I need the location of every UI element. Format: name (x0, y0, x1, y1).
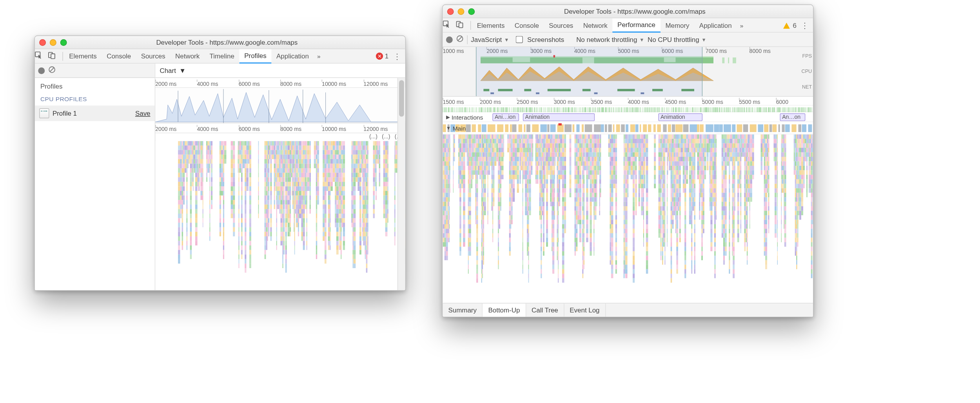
clear-button[interactable] (456, 35, 464, 44)
svg-rect-1523 (341, 241, 341, 245)
animation-segment[interactable]: An…on (780, 113, 806, 121)
cpu-throttle-dropdown[interactable]: No CPU throttling▼ (648, 36, 706, 44)
svg-rect-3050 (500, 197, 501, 202)
save-profile-link[interactable]: Save (135, 109, 151, 117)
tab-summary[interactable]: Summary (443, 303, 483, 317)
inspect-icon[interactable] (35, 51, 48, 61)
minimize-icon[interactable] (457, 8, 464, 15)
frames-strip[interactable] (443, 105, 813, 112)
tab-console[interactable]: Console (102, 49, 136, 63)
svg-rect-3068 (507, 134, 509, 139)
svg-rect-3574 (552, 139, 554, 143)
svg-rect-5396 (725, 152, 727, 157)
category-dropdown[interactable]: JavaScript▼ (471, 36, 509, 44)
tab-application[interactable]: Application (271, 49, 314, 63)
record-button[interactable] (446, 36, 453, 43)
tab-profiles[interactable]: Profiles (240, 49, 272, 64)
svg-rect-654 (267, 159, 268, 164)
screenshots-checkbox[interactable] (515, 36, 523, 43)
svg-rect-5982 (784, 170, 784, 174)
vertical-scrollbar[interactable] (397, 78, 405, 290)
svg-rect-4212 (613, 143, 615, 148)
svg-rect-4845 (675, 134, 677, 139)
svg-rect-6009 (784, 197, 786, 202)
svg-rect-6162 (801, 197, 803, 202)
zoom-icon[interactable] (468, 8, 475, 15)
animation-segment[interactable]: Ani…ion (492, 113, 519, 121)
window-titlebar[interactable]: Developer Tools - https://www.google.com… (443, 5, 813, 18)
tab-timeline[interactable]: Timeline (205, 49, 240, 63)
tab-sources[interactable]: Sources (136, 49, 170, 63)
flame-chart[interactable] (155, 141, 405, 290)
tab-console[interactable]: Console (510, 18, 544, 32)
svg-rect-1875 (379, 154, 380, 159)
device-toggle-icon[interactable] (456, 20, 469, 30)
tab-elements[interactable]: Elements (472, 18, 510, 32)
device-toggle-icon[interactable] (48, 51, 62, 61)
minimize-icon[interactable] (50, 39, 56, 45)
svg-rect-4534 (646, 134, 648, 139)
cpu-overview-chart[interactable] (155, 88, 405, 123)
expand-icon[interactable]: ▶ (446, 114, 450, 120)
svg-rect-2829 (483, 161, 484, 165)
svg-rect-6179 (805, 139, 806, 143)
performance-overview[interactable]: 1000 ms2000 ms3000 ms4000 ms5000 ms6000 … (443, 47, 813, 97)
svg-rect-1164 (303, 200, 305, 205)
interactions-track[interactable]: ▶ Interactions Ani…ion Animation Animati… (443, 112, 813, 122)
kebab-menu-icon[interactable]: ⋮ (797, 21, 813, 30)
clear-button[interactable] (48, 66, 56, 75)
svg-rect-5695 (747, 247, 748, 251)
tab-application[interactable]: Application (694, 18, 737, 32)
network-throttle-dropdown[interactable]: No network throttling▼ (576, 36, 644, 44)
tab-network[interactable]: Network (170, 49, 204, 63)
collapse-icon[interactable]: ▼ (446, 125, 451, 131)
error-count-badge[interactable]: ✕ 1 (376, 52, 388, 60)
svg-rect-3327 (529, 166, 531, 170)
tab-call-tree[interactable]: Call Tree (526, 303, 564, 317)
svg-rect-1217 (307, 154, 310, 159)
svg-rect-326 (211, 173, 212, 178)
tab-memory[interactable]: Memory (661, 18, 694, 32)
svg-rect-4657 (662, 220, 663, 224)
svg-rect-2363 (443, 197, 444, 202)
scrollbar-thumb[interactable] (399, 80, 404, 116)
tab-sources[interactable]: Sources (544, 18, 578, 32)
animation-segment[interactable]: Animation (658, 113, 702, 121)
svg-rect-438 (238, 150, 239, 155)
kebab-menu-icon[interactable]: ⋮ (388, 52, 405, 61)
tab-bottom-up[interactable]: Bottom-Up (483, 303, 526, 317)
view-mode-dropdown[interactable]: Chart ▼ (155, 64, 405, 78)
main-track-header[interactable]: ▼ Main (443, 122, 813, 134)
svg-rect-1327 (325, 223, 327, 227)
close-icon[interactable] (447, 8, 454, 15)
warning-count-badge[interactable]: 6 (783, 21, 797, 29)
tab-overflow-icon[interactable]: » (737, 22, 747, 29)
svg-rect-120 (187, 154, 189, 159)
svg-rect-4817 (672, 184, 673, 188)
svg-rect-19 (178, 209, 180, 214)
svg-rect-3033 (499, 215, 500, 220)
svg-rect-6018 (784, 238, 786, 242)
tab-elements[interactable]: Elements (64, 49, 102, 63)
tab-performance[interactable]: Performance (612, 18, 660, 33)
overview-selection[interactable] (476, 47, 702, 96)
zoom-icon[interactable] (60, 39, 67, 45)
window-titlebar[interactable]: Developer Tools - https://www.google.com… (35, 36, 405, 49)
svg-rect-3933 (583, 161, 584, 165)
inspect-icon[interactable] (443, 20, 456, 30)
record-button[interactable] (38, 67, 45, 74)
svg-rect-4231 (615, 175, 617, 179)
animation-segment[interactable]: Animation (523, 113, 595, 121)
svg-rect-3128 (511, 170, 512, 174)
tab-overflow-icon[interactable]: » (314, 53, 324, 60)
tab-event-log[interactable]: Event Log (564, 303, 606, 317)
svg-rect-1598 (352, 182, 353, 187)
svg-rect-83 (183, 191, 185, 196)
close-icon[interactable] (39, 39, 46, 45)
svg-rect-4675 (663, 170, 665, 174)
svg-rect-2825 (483, 143, 484, 148)
main-flame-chart[interactable] (443, 134, 813, 303)
profile-list-item[interactable]: Profile 1 Save (35, 105, 155, 121)
tab-network[interactable]: Network (578, 18, 612, 32)
svg-rect-6017 (784, 233, 786, 238)
